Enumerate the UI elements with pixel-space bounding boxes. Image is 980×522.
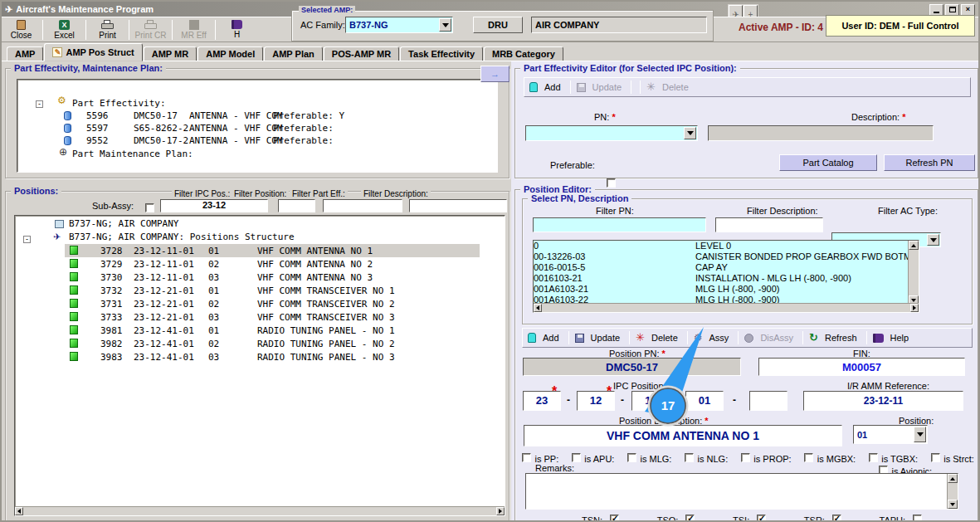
position-row[interactable]: 3983 23-12-41-01 03 RADIO TUNING PANEL -… [15,350,505,363]
tsr-checkbox[interactable] [832,515,841,522]
position-row[interactable]: 3732 23-12-21-01 01 VHF COMM TRANSCEIVER… [15,284,505,297]
mr-eff-button[interactable]: MR Eff [174,17,213,41]
ac-family-combo[interactable]: B737-NG [345,17,453,33]
tab-task-effectivity[interactable]: Task Effectivity [400,46,483,61]
position-row[interactable]: 3730 23-12-11-01 03 VHF COMM ANTENNA NO … [15,271,505,284]
close-button[interactable]: Close [2,17,41,41]
tree-row-company[interactable]: B737-NG; AIR COMPANY [15,218,505,231]
delete-button[interactable]: Delete [659,82,692,92]
ipc-box-4[interactable]: 01 [685,391,724,411]
position-row[interactable]: 3729 23-12-11-01 02 VHF COMM ANTENNA NO … [15,257,505,271]
is-tgbx-checkbox[interactable] [869,453,878,462]
tab-amp[interactable]: AMP [7,46,43,61]
is-mlg-checkbox[interactable] [627,453,636,462]
update-button[interactable]: Update [588,333,623,343]
close-window-button[interactable]: × [961,4,975,16]
part-catalog-button[interactable]: Part Catalog [779,154,877,171]
pn-listbox[interactable]: 0LEVEL 0 00-13226-03CANISTER BONDED PROP… [533,240,919,313]
expand-box[interactable]: - [23,233,31,244]
scroll-right-button[interactable] [496,507,505,515]
is-pp-checkbox[interactable] [522,453,531,462]
is-prop-checkbox[interactable] [741,453,750,462]
filter-description-input[interactable] [409,199,507,212]
position-row[interactable]: 3982 23-12-41-01 02 RADIO TUNING PANEL -… [15,337,505,350]
tab-amp-model[interactable]: AMP Model [197,46,263,61]
position-combo[interactable]: 01 [853,425,928,444]
dropdown-button[interactable] [439,18,451,32]
dropdown-button[interactable] [914,427,926,442]
scroll-up-button[interactable] [948,474,958,483]
pn-list-item[interactable]: 00-13226-03CANISTER BONDED PROP GEARBOX … [534,251,919,262]
position-row[interactable]: 3733 23-12-21-01 03 VHF COMM TRANSCEIVER… [15,310,505,324]
tsn-checkbox[interactable] [610,515,619,522]
part-effectivity-tree[interactable]: - ⚙ Part Effectivity: 5596 DMC50-17 ANTE… [17,79,498,173]
position-row[interactable]: 3981 23-12-41-01 01 RADIO TUNING PANEL -… [15,324,505,337]
horizontal-scrollbar[interactable] [534,303,919,312]
ipc-box-2[interactable]: 12 [577,391,615,411]
preferable-checkbox[interactable] [607,178,616,188]
position-description-field[interactable]: VHF COMM ANTENNA NO 1 [524,425,842,446]
help-button[interactable]: Help [887,333,913,343]
is-nlg-checkbox[interactable] [685,453,694,462]
filter-position-input[interactable] [278,199,315,212]
sub-assy-checkbox[interactable] [145,203,154,212]
dropdown-button[interactable] [927,234,939,246]
pn-list-item[interactable]: 0016-0015-5CAP AY [534,262,919,273]
tsi-checkbox[interactable] [757,515,766,522]
is-apu-checkbox[interactable] [572,453,581,462]
tab-amp-plan[interactable]: AMP Plan [264,46,323,61]
assy-button[interactable]: Assy [706,333,733,343]
is-mgbx-checkbox[interactable] [804,453,813,462]
ipc-box-5[interactable] [749,391,787,411]
add-button[interactable]: Add [539,333,563,343]
update-button[interactable]: Update [589,82,625,92]
tso-checkbox[interactable] [685,515,695,522]
filter-ipc-input[interactable]: 23-12 [160,199,268,212]
scroll-down-button[interactable] [948,500,958,509]
tree-row[interactable]: 9552 DMC50-17-2 ANTENNA - VHF COM Prefer… [17,135,497,148]
refresh-pn-button[interactable]: Refresh PN [884,154,975,171]
is-strct-checkbox[interactable] [931,453,940,462]
print-button[interactable]: Print [88,17,127,41]
scroll-up-button[interactable] [909,241,919,250]
filter-part-eff-input[interactable] [323,199,402,212]
pn-list-item[interactable]: 0016103-21INSTALLATION - MLG LH (-800, -… [534,273,919,284]
add-button[interactable]: Add [541,82,564,92]
tree-row-structure[interactable]: - ✈ B737-NG; AIR COMPANY: Positions Stru… [15,232,505,244]
vertical-scrollbar[interactable] [947,474,958,509]
tree-node-maintenance-plan[interactable]: Part Maintenance Plan: [72,149,193,159]
disassy-button[interactable]: DisAssy [757,333,797,343]
tab-pos-amp-mr[interactable]: POS-AMP MR [324,46,399,61]
tab-amp-mr[interactable]: AMP MR [144,46,197,61]
pn-list-item[interactable]: 001A6103-21MLG LH (-800, -900) [534,284,919,295]
maximize-button[interactable] [945,4,959,16]
print-cr-button[interactable]: Print CR [131,17,170,41]
help-button[interactable]: H [217,17,256,41]
remarks-textarea[interactable] [525,473,958,510]
vertical-scrollbar[interactable] [908,241,919,305]
tapu-checkbox[interactable] [913,515,922,522]
collapse-panel-button[interactable]: → [480,66,510,82]
tree-row[interactable]: 5597 S65-8262-2 ANTENNA - VHF COM Prefer… [17,123,497,135]
delete-button[interactable]: Delete [648,333,681,343]
ipc-box-3[interactable]: 11 [631,391,670,411]
minimize-button[interactable] [929,4,943,16]
tab-mrb-category[interactable]: MRB Category [484,46,563,61]
positions-tree[interactable]: B737-NG; AIR COMPANY - ✈ B737-NG; AIR CO… [14,215,505,516]
expand-box[interactable]: - [36,98,43,109]
pn-list-item[interactable]: 0LEVEL 0 [534,241,919,251]
refresh-button[interactable]: Refresh [822,333,861,343]
dru-button[interactable]: DRU [473,17,523,33]
horizontal-scrollbar[interactable] [15,506,505,515]
position-row[interactable]: 3731 23-12-21-01 02 VHF COMM TRANSCEIVER… [15,297,505,310]
excel-button[interactable]: X Excel [45,17,84,41]
scroll-left-button[interactable] [15,507,23,515]
tree-row[interactable]: 5596 DMC50-17 ANTENNA - VHF COM Preferab… [17,110,497,123]
filter-pn-input[interactable] [533,217,706,232]
tree-node-part-effectivity[interactable]: Part Effectivity: [72,98,166,109]
position-row[interactable]: 3728 23-12-11-01 01 VHF COMM ANTENNA NO … [15,244,505,257]
dropdown-button[interactable] [684,127,696,139]
pn-combo[interactable] [525,125,698,141]
ipc-box-1[interactable]: 23 [523,391,561,411]
tab-amp-pos-struct[interactable]: ✎ AMP Pos Struct [44,43,142,61]
